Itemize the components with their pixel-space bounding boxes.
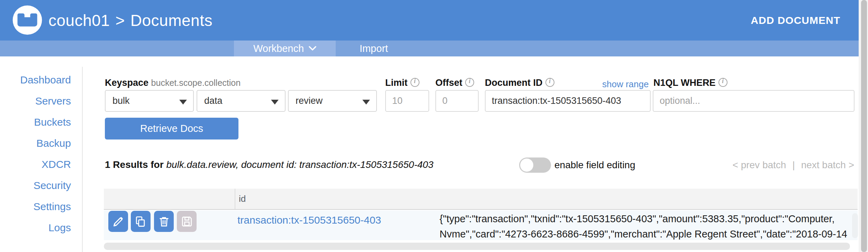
bucket-select-value: bulk xyxy=(112,96,130,106)
id-column-header: id xyxy=(239,189,246,209)
sidebar-item-backup[interactable]: Backup xyxy=(0,133,82,154)
trash-icon xyxy=(158,216,170,227)
save-document-button[interactable] xyxy=(177,211,197,232)
tab-bar: Workbench Import xyxy=(0,40,868,56)
document-id-link[interactable]: transaction:tx-1505315650-403 xyxy=(237,214,381,226)
sidebar-item-settings[interactable]: Settings xyxy=(0,196,82,217)
page: couch01 > Documents ADD DOCUMENT Workben… xyxy=(0,0,868,252)
horizontal-scrollbar[interactable] xyxy=(104,243,850,250)
caret-down-icon xyxy=(362,100,370,105)
app-header: couch01 > Documents ADD DOCUMENT xyxy=(0,0,868,40)
documents-table-header: id xyxy=(104,189,858,210)
cluster-name: couch01 xyxy=(48,11,110,30)
tab-import[interactable]: Import xyxy=(336,40,412,56)
prev-batch-link[interactable]: < prev batch xyxy=(733,160,786,171)
page-title: Documents xyxy=(130,11,213,30)
document-id-input[interactable] xyxy=(485,90,651,112)
offset-info-icon[interactable] xyxy=(465,78,474,87)
sidebar-item-security[interactable]: Security xyxy=(0,175,82,196)
sidebar-item-buckets[interactable]: Buckets xyxy=(0,111,82,133)
sidebar-item-logs[interactable]: Logs xyxy=(0,217,82,238)
next-batch-link[interactable]: next batch > xyxy=(801,160,854,171)
sidebar-item-servers[interactable]: Servers xyxy=(0,90,82,111)
n1ql-where-input[interactable] xyxy=(653,90,855,112)
table-row: transaction:tx-1505315650-403 {"type":"t… xyxy=(104,210,858,240)
limit-input[interactable] xyxy=(385,90,429,112)
scope-select-value: data xyxy=(204,96,223,106)
batch-navigation: < prev batch | next batch > xyxy=(733,160,855,171)
keyspace-hint: bucket.scope.collection xyxy=(151,78,241,88)
toggle-knob xyxy=(520,159,533,172)
batch-separator: | xyxy=(792,160,795,171)
breadcrumb-separator: > xyxy=(115,11,125,30)
offset-label-text: Offset xyxy=(435,78,462,88)
n1ql-where-label: N1QL WHERE xyxy=(653,78,727,88)
document-id-label: Document ID xyxy=(485,78,554,88)
offset-label: Offset xyxy=(435,78,474,88)
window-scrollbar-thumb[interactable] xyxy=(861,0,867,252)
row-vertical-scrollbar[interactable] xyxy=(852,213,858,238)
breadcrumb: couch01 > Documents xyxy=(48,0,213,40)
collection-select-value: review xyxy=(296,96,323,106)
keyspace-label-text: Keyspace xyxy=(105,78,148,88)
document-id-info-icon[interactable] xyxy=(545,78,554,87)
window-scrollbar-track xyxy=(859,0,868,252)
delete-document-button[interactable] xyxy=(154,211,174,232)
sidebar: Dashboard Servers Buckets Backup XDCR Se… xyxy=(0,69,82,238)
couchbase-logo-icon xyxy=(11,4,43,36)
n1ql-where-label-text: N1QL WHERE xyxy=(653,78,716,88)
tab-import-label: Import xyxy=(360,43,388,54)
caret-down-icon xyxy=(179,100,187,105)
tab-workbench[interactable]: Workbench xyxy=(234,40,336,56)
sidebar-item-dashboard[interactable]: Dashboard xyxy=(0,69,82,90)
results-count: 1 Results for xyxy=(105,159,164,170)
results-query: bulk.data.review, document id: transacti… xyxy=(166,159,433,170)
document-content: {"type":"transaction","txnid":"tx-150531… xyxy=(440,211,868,242)
chevron-down-icon xyxy=(309,46,316,51)
limit-label: Limit xyxy=(385,78,419,88)
document-id-label-text: Document ID xyxy=(485,78,543,88)
show-range-link[interactable]: show range xyxy=(602,79,649,90)
sidebar-item-xdcr[interactable]: XDCR xyxy=(0,154,82,175)
n1ql-info-icon[interactable] xyxy=(718,78,727,87)
retrieve-docs-button[interactable]: Retrieve Docs xyxy=(105,118,238,140)
field-editing-label: enable field editing xyxy=(554,160,635,171)
column-divider xyxy=(235,189,235,209)
tab-workbench-label: Workbench xyxy=(253,43,304,54)
limit-info-icon[interactable] xyxy=(410,78,419,87)
collection-select[interactable]: review xyxy=(288,90,377,112)
limit-label-text: Limit xyxy=(385,78,408,88)
sidebar-divider xyxy=(82,67,83,252)
copy-document-button[interactable] xyxy=(131,211,151,232)
add-document-button[interactable]: ADD DOCUMENT xyxy=(751,0,840,40)
pencil-icon xyxy=(112,216,124,227)
floppy-save-icon xyxy=(181,216,193,227)
scope-select[interactable]: data xyxy=(197,90,286,112)
caret-down-icon xyxy=(271,100,279,105)
edit-document-button[interactable] xyxy=(108,211,128,232)
offset-input[interactable] xyxy=(435,90,479,112)
results-summary: 1 Results for bulk.data.review, document… xyxy=(105,159,433,170)
bucket-select[interactable]: bulk xyxy=(105,90,194,112)
field-editing-toggle[interactable] xyxy=(519,158,551,173)
copy-icon xyxy=(135,216,147,227)
keyspace-label: Keyspace bucket.scope.collection xyxy=(105,78,241,88)
